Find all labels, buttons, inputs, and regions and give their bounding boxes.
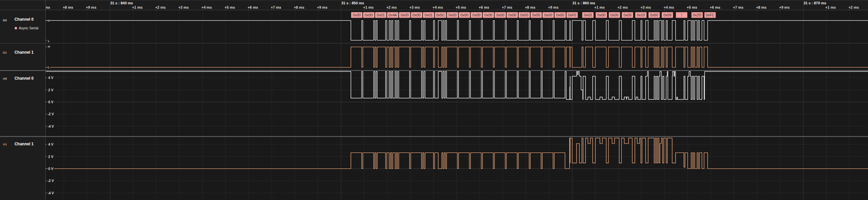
svg-text:0x00: 0x00	[496, 13, 504, 17]
svg-text:0x00: 0x00	[611, 13, 619, 17]
svg-text:0x09: 0x09	[663, 13, 671, 17]
svg-text:0x00: 0x00	[448, 13, 457, 17]
svg-text:0xFC: 0xFC	[706, 13, 714, 17]
svg-text:0x01: 0x01	[377, 13, 385, 17]
svg-text:0x5C: 0x5C	[436, 13, 445, 17]
svg-text:0x10: 0x10	[637, 13, 645, 17]
svg-text:0x00: 0x00	[508, 13, 516, 17]
svg-text:0x00: 0x00	[597, 13, 606, 17]
svg-text:0x00: 0x00	[532, 13, 540, 17]
svg-text:0x00: 0x00	[412, 13, 421, 17]
svg-text:0x03: 0x03	[584, 13, 592, 17]
svg-text:0x00: 0x00	[520, 13, 528, 17]
svg-text:0x00: 0x00	[556, 13, 564, 17]
svg-text:0x00: 0x00	[472, 13, 480, 17]
svg-text:0x00: 0x00	[485, 13, 493, 17]
svg-text:0x00: 0x00	[461, 13, 468, 17]
svg-text:!: !	[681, 13, 682, 17]
svg-text:0x50: 0x50	[650, 13, 658, 17]
svg-text:0x00: 0x00	[353, 13, 361, 17]
svg-text:0x2D: 0x2D	[693, 13, 702, 17]
svg-text:0xF0: 0xF0	[568, 13, 576, 17]
svg-text:0x01: 0x01	[425, 13, 433, 17]
svg-text:0x00: 0x00	[401, 13, 408, 17]
svg-text:0x00: 0x00	[544, 13, 552, 17]
svg-text:0x00: 0x00	[624, 13, 631, 17]
svg-text:0x00: 0x00	[365, 13, 373, 17]
svg-text:0x4A: 0x4A	[389, 13, 397, 17]
